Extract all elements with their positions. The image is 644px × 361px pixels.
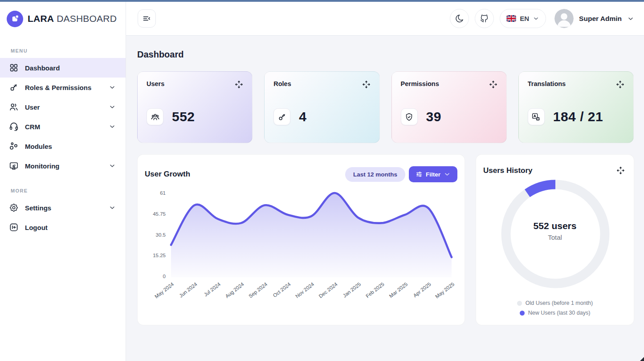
svg-text:0: 0 (163, 274, 166, 279)
svg-text:15.25: 15.25 (153, 253, 166, 258)
key-icon (273, 108, 290, 125)
window-top-strip (0, 0, 644, 2)
app-logo-icon (7, 11, 23, 27)
stat-card-value: 4 (299, 109, 306, 124)
legend-label: New Users (last 30 days) (528, 310, 591, 316)
user-menu[interactable]: Super Admin (554, 9, 634, 28)
logo-text-light: DASHBOARD (57, 13, 117, 24)
chevron-down-icon (109, 123, 116, 130)
sidebar-item-label: CRM (25, 123, 40, 131)
stat-cards-row: Users 552 Roles 4 Permissions 39 Transla… (137, 71, 634, 143)
sidebar-item-label: Modules (25, 143, 52, 150)
gear-icon (9, 203, 19, 213)
shield-check-icon (401, 108, 418, 125)
filter-button-label: Filter (426, 171, 440, 178)
sidebar-section-label: MORE (0, 188, 126, 193)
legend-item[interactable]: New Users (last 30 days) (520, 310, 591, 316)
stat-card-header: Roles (273, 80, 370, 89)
adjustments-icon (416, 171, 423, 178)
stat-card-body: 39 (401, 108, 497, 125)
sidebar-collapse-button[interactable] (138, 9, 156, 28)
arrows-move-icon[interactable] (489, 80, 497, 89)
svg-text:30.5: 30.5 (156, 232, 166, 238)
sidebar-item-logout[interactable]: Logout (0, 217, 126, 237)
svg-text:Feb 2025: Feb 2025 (365, 281, 385, 299)
arrows-move-icon[interactable] (616, 80, 624, 89)
language-selector[interactable]: EN (500, 9, 546, 28)
language-code: EN (520, 15, 529, 22)
dark-mode-toggle-button[interactable] (450, 9, 469, 28)
users-history-donut-chart (476, 172, 635, 296)
arrows-move-icon[interactable] (235, 80, 243, 89)
stat-card-permissions: Permissions 39 (391, 71, 507, 143)
logo-text-bold: LARA (28, 13, 54, 24)
chevron-down-icon (444, 171, 451, 178)
stat-card-value: 552 (172, 109, 195, 124)
filter-button[interactable]: Filter (409, 166, 457, 182)
sidebar-item-label: Dashboard (25, 64, 60, 72)
svg-text:Mar 2025: Mar 2025 (388, 281, 409, 299)
stat-card-body: 4 (273, 108, 370, 125)
chevron-down-icon (109, 162, 116, 169)
topbar-actions: EN Super Admin (450, 9, 634, 28)
modules-icon (9, 141, 19, 151)
stat-card-header: Permissions (401, 80, 497, 89)
stat-card-header: Translations (528, 80, 624, 89)
svg-text:Jul 2024: Jul 2024 (203, 281, 222, 298)
svg-text:Oct 2024: Oct 2024 (272, 281, 292, 299)
stat-card-title: Users (147, 80, 164, 87)
stat-card-users: Users 552 (137, 71, 253, 143)
users-group-icon (147, 108, 163, 125)
translate-icon (528, 108, 545, 125)
stat-card-translations: Translations 184 / 21 (518, 71, 634, 143)
sidebar-item-label: Roles & Permissions (25, 84, 91, 91)
menu-collapse-icon (142, 14, 151, 23)
stat-card-roles: Roles 4 (264, 71, 379, 143)
sidebar-item-dashboard[interactable]: Dashboard (0, 58, 126, 78)
github-button[interactable] (475, 9, 494, 28)
stat-card-value: 184 / 21 (553, 109, 603, 124)
logout-icon (9, 222, 19, 232)
chevron-down-icon (109, 204, 116, 211)
svg-text:Apr 2025: Apr 2025 (412, 281, 432, 298)
headset-icon (9, 122, 19, 131)
sidebar-item-modules[interactable]: Modules (0, 136, 126, 156)
svg-text:Jan 2025: Jan 2025 (342, 281, 362, 299)
user-growth-panel: User Growth Last 12 months Filter (137, 154, 465, 325)
legend-item[interactable]: Old Users (before 1 month) (517, 300, 593, 306)
range-badge: Last 12 months (345, 167, 405, 182)
sidebar-item-monitoring[interactable]: Monitoring (0, 156, 126, 176)
svg-text:Aug 2024: Aug 2024 (224, 281, 245, 299)
sidebar-item-label: Settings (25, 204, 51, 212)
svg-text:Sep 2024: Sep 2024 (248, 281, 269, 299)
sidebar-item-crm[interactable]: CRM (0, 117, 126, 136)
app-logo[interactable]: LARA DASHBOARD (0, 2, 126, 36)
sidebar-item-label: User (25, 103, 40, 111)
sidebar-item-roles-permissions[interactable]: Roles & Permissions (0, 78, 126, 97)
github-icon (480, 14, 489, 23)
arrows-move-icon[interactable] (362, 80, 371, 89)
stat-card-title: Permissions (401, 80, 439, 87)
legend-label: Old Users (before 1 month) (526, 300, 593, 306)
topbar: EN Super Admin (126, 2, 644, 36)
user-growth-header: User Growth Last 12 months Filter (138, 155, 465, 182)
moon-icon (455, 14, 464, 23)
svg-text:Dec 2024: Dec 2024 (318, 281, 339, 299)
stat-card-body: 184 / 21 (528, 108, 624, 125)
sidebar-item-user[interactable]: User (0, 97, 126, 117)
users-icon (9, 102, 19, 112)
monitor-icon (9, 161, 19, 171)
sidebar: LARA DASHBOARD MENUDashboardRoles & Perm… (0, 2, 126, 361)
svg-text:45.75: 45.75 (153, 211, 166, 217)
legend-dot (517, 301, 522, 306)
sidebar-nav: MENUDashboardRoles & PermissionsUserCRMM… (0, 48, 126, 237)
svg-text:Nov 2024: Nov 2024 (294, 281, 315, 299)
page-title: Dashboard (137, 49, 634, 60)
main-content: Dashboard Users 552 Roles 4 Permissions … (126, 36, 644, 361)
user-growth-area-chart: 015.2530.545.7561May 2024Jun 2024Jul 202… (138, 183, 465, 313)
svg-text:May 2025: May 2025 (434, 281, 455, 299)
grid-icon (9, 63, 19, 73)
resize-grip[interactable] (640, 357, 644, 361)
sidebar-item-settings[interactable]: Settings (0, 198, 126, 217)
user-growth-title: User Growth (145, 170, 190, 179)
